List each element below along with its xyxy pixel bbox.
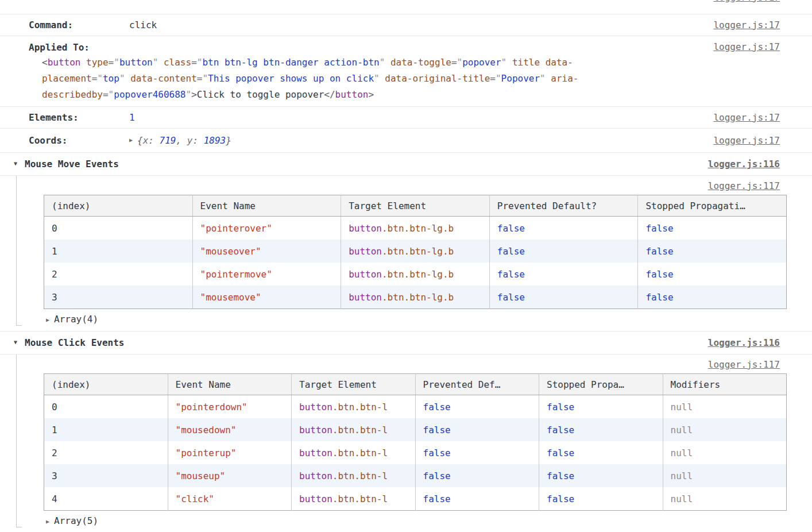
code-token: " bbox=[197, 57, 203, 68]
cell-value: false bbox=[497, 246, 525, 257]
code-token: " bbox=[457, 57, 463, 68]
column-header[interactable]: Stopped Propa… bbox=[539, 374, 663, 395]
table-row: 2"pointermove"button.btn.btn-lg.bfalsefa… bbox=[44, 263, 787, 286]
group-collapse-icon[interactable]: ▼ bbox=[14, 157, 17, 169]
code-token: Click to toggle popover bbox=[197, 89, 324, 100]
element-tag: button bbox=[349, 269, 382, 280]
disclosure-triangle-icon[interactable]: ▶ bbox=[46, 314, 49, 326]
code-token: popover bbox=[462, 57, 501, 68]
cell-value: false bbox=[547, 494, 574, 504]
table-cell: false bbox=[539, 464, 663, 487]
cell-value: false bbox=[423, 448, 451, 458]
source-link[interactable]: logger.js:17 bbox=[713, 41, 780, 53]
table-cell: button.btn.btn-l bbox=[292, 418, 416, 441]
code-token: " bbox=[114, 57, 119, 68]
element-tag: button bbox=[349, 292, 382, 303]
cell-value: "pointerup" bbox=[176, 448, 237, 458]
disclosure-triangle-icon[interactable]: ▶ bbox=[46, 515, 49, 527]
column-header[interactable]: (index) bbox=[44, 374, 168, 395]
cell-value: 2 bbox=[52, 269, 57, 280]
array-preview[interactable]: ▶Array(4) bbox=[0, 309, 812, 331]
disclosure-triangle-icon[interactable]: ▶ bbox=[129, 134, 133, 146]
cell-value: "pointerover" bbox=[200, 223, 272, 234]
cell-value: null bbox=[671, 425, 693, 435]
code-token: < bbox=[42, 57, 48, 68]
cell-value: 2 bbox=[52, 448, 57, 458]
array-preview-label: Array(4) bbox=[54, 314, 98, 325]
source-link[interactable]: logger.js:17 bbox=[713, 111, 780, 124]
code-token: 719 bbox=[160, 135, 176, 146]
element-tag: button bbox=[299, 425, 332, 435]
table-row: 2"pointerup"button.btn.btn-lfalsefalsenu… bbox=[44, 441, 787, 464]
table-cell: "mouseup" bbox=[168, 464, 292, 487]
code-token: : bbox=[192, 135, 203, 146]
code-token: button bbox=[119, 57, 153, 68]
table-cell: false bbox=[638, 286, 787, 309]
code-token: = bbox=[490, 73, 496, 84]
code-token: = bbox=[451, 57, 457, 68]
group-content-mouse-move: logger.js:117 (index)Event NameTarget El… bbox=[0, 176, 812, 331]
coords-object-preview[interactable]: {x: 719, y: 1893} bbox=[137, 134, 231, 147]
code-token: " bbox=[119, 73, 125, 84]
code-token: aria- bbox=[546, 73, 579, 84]
code-token: " bbox=[153, 57, 158, 68]
table-row: 1"mousedown"button.btn.btn-lfalsefalsenu… bbox=[44, 418, 787, 441]
table-cell: "pointerover" bbox=[192, 217, 341, 240]
table-cell: "click" bbox=[168, 487, 292, 511]
column-header[interactable]: Target Element bbox=[341, 195, 490, 217]
source-link[interactable]: logger.js:17 bbox=[713, 134, 780, 147]
code-token: = bbox=[191, 57, 197, 68]
code-token: </ bbox=[324, 89, 335, 100]
column-header[interactable]: Modifiers bbox=[663, 374, 787, 395]
code-token: > bbox=[191, 89, 197, 100]
html-element-source[interactable]: <button type="button" class="btn btn-lg … bbox=[42, 55, 713, 103]
cell-value: null bbox=[671, 494, 693, 504]
source-link[interactable]: logger.js:116 bbox=[708, 158, 780, 170]
group-header-mouse-click-events[interactable]: ▼ Mouse Click Events logger.js:116 bbox=[0, 331, 812, 354]
cell-value: false bbox=[645, 223, 673, 234]
table-cell: false bbox=[539, 487, 663, 511]
table-row: 0"pointerover"button.btn.btn-lg.bfalsefa… bbox=[44, 217, 787, 240]
group-collapse-icon[interactable]: ▼ bbox=[14, 336, 17, 348]
source-link[interactable]: logger.js:116 bbox=[708, 337, 780, 349]
code-token: " bbox=[202, 73, 208, 84]
array-preview[interactable]: ▶Array(5) bbox=[0, 511, 812, 532]
table-cell: false bbox=[415, 441, 539, 464]
table-cell: null bbox=[663, 441, 787, 464]
column-header[interactable]: Stopped Propagati… bbox=[638, 195, 787, 217]
table-cell: "mouseover" bbox=[192, 240, 341, 263]
table-row: 4"click"button.btn.btn-lfalsefalsenull bbox=[44, 487, 787, 511]
code-token: = bbox=[109, 57, 114, 68]
code-token: type bbox=[80, 57, 108, 68]
column-header[interactable]: Event Name bbox=[192, 195, 341, 217]
table-cell: false bbox=[539, 441, 663, 464]
group-header-mouse-move-events[interactable]: ▼ Mouse Move Events logger.js:116 bbox=[0, 153, 812, 176]
column-header[interactable]: Target Element bbox=[292, 374, 416, 395]
table-cell: false bbox=[539, 418, 663, 441]
table-row: 3"mouseup"button.btn.btn-lfalsefalsenull bbox=[44, 464, 787, 487]
console-entry-coords: Coords: ▶ {x: 719, y: 1893} logger.js:17 bbox=[0, 129, 812, 153]
table-cell: button.btn.btn-lg.b bbox=[341, 263, 490, 286]
source-link[interactable]: logger.js:117 bbox=[708, 180, 780, 191]
cell-value: "mouseover" bbox=[200, 246, 261, 257]
column-header[interactable]: (index) bbox=[44, 195, 193, 217]
column-header[interactable]: Event Name bbox=[168, 374, 292, 395]
code-token: { bbox=[137, 135, 143, 146]
group-indent-line bbox=[16, 354, 17, 527]
cell-value: null bbox=[671, 448, 693, 458]
cell-value: false bbox=[423, 494, 451, 504]
source-link[interactable]: logger.js:17 bbox=[713, 0, 780, 3]
column-header[interactable]: Prevented Default? bbox=[489, 195, 638, 217]
cell-value: false bbox=[497, 292, 525, 303]
element-classes: .btn.btn-lg.b bbox=[382, 223, 454, 234]
code-token: > bbox=[368, 89, 374, 100]
column-header[interactable]: Prevented Def… bbox=[415, 374, 539, 395]
source-link[interactable]: logger.js:17 bbox=[713, 19, 780, 31]
table-source-row: logger.js:117 bbox=[0, 354, 812, 373]
cell-value: 3 bbox=[52, 471, 57, 481]
element-classes: .btn.btn-lg.b bbox=[382, 292, 454, 303]
source-link[interactable]: logger.js:117 bbox=[708, 359, 780, 370]
cell-value: false bbox=[423, 402, 451, 413]
code-token: " bbox=[374, 73, 380, 84]
cell-value: 0 bbox=[52, 402, 57, 413]
